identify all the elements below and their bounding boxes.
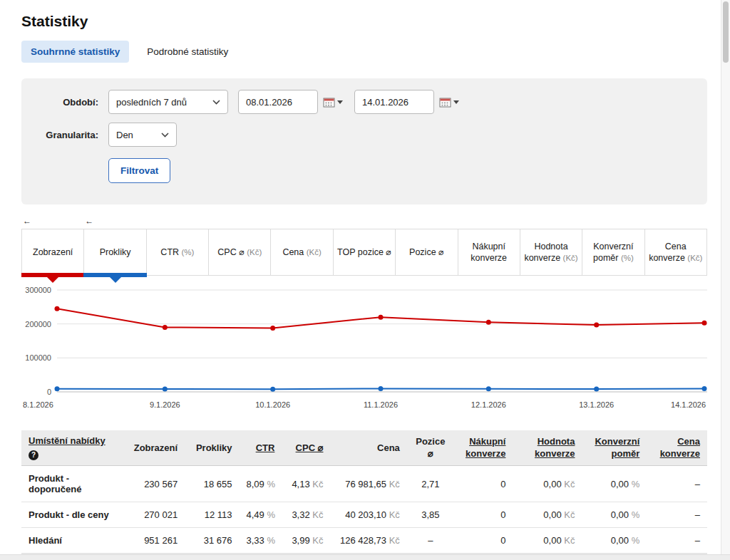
calendar-icon bbox=[323, 97, 335, 108]
date-from-input[interactable] bbox=[238, 90, 318, 114]
horizontal-scrollbar[interactable] bbox=[0, 554, 730, 560]
granularity-select[interactable]: Den bbox=[108, 123, 177, 147]
table-cell: 2,71 bbox=[407, 466, 454, 502]
table-cell: 0 bbox=[454, 528, 513, 554]
col-header-umisteni-nabidky[interactable]: Umístění nabídky? bbox=[21, 430, 125, 466]
metric-tab-label: Nákupní konverze bbox=[462, 241, 516, 264]
metric-tab-nakupni-konverze[interactable]: Nákupní konverze bbox=[458, 229, 520, 275]
tab-souhrnne-statistiky[interactable]: Souhrnné statistiky bbox=[21, 41, 129, 63]
metric-tab-label: Cena konverze (Kč) bbox=[649, 241, 703, 264]
col-header-hodnota-konverze[interactable]: Hodnota konverze bbox=[513, 430, 582, 466]
period-row: Období: posledních 7 dnů bbox=[36, 90, 693, 114]
metric-tab-prokliky[interactable]: ←Prokliky bbox=[84, 229, 146, 275]
table-cell: 126 428,73 Kč bbox=[330, 528, 406, 554]
col-header-prokliky: Prokliky bbox=[185, 430, 239, 466]
table-cell: 270 021 bbox=[125, 502, 185, 528]
submit-row: Filtrovat bbox=[36, 155, 693, 189]
svg-text:9.1.2026: 9.1.2026 bbox=[150, 400, 180, 409]
col-header-konverzni-pomer[interactable]: Konverzní poměr bbox=[582, 430, 647, 466]
period-select-value: posledních 7 dnů bbox=[116, 97, 187, 108]
col-header-cena: Cena bbox=[330, 430, 406, 466]
main-tabs: Souhrnné statistiky Podrobné statistiky bbox=[21, 41, 707, 63]
svg-text:0: 0 bbox=[47, 388, 51, 396]
metric-tab-label: Zobrazení bbox=[33, 247, 73, 258]
metric-tab-ctr[interactable]: CTR (%) bbox=[147, 229, 209, 275]
calendar-dropdown-arrow-icon bbox=[453, 100, 459, 104]
table-cell: 230 567 bbox=[125, 466, 185, 502]
table-cell: 3,99 Kč bbox=[282, 528, 330, 554]
help-icon[interactable]: ? bbox=[29, 450, 38, 460]
col-header-nakupni-konverze[interactable]: Nákupní konverze bbox=[454, 430, 513, 466]
table-cell: – bbox=[647, 502, 707, 528]
page-title: Statistiky bbox=[21, 13, 707, 30]
svg-text:100000: 100000 bbox=[25, 353, 51, 362]
col-header-cpc-avg[interactable]: CPC ⌀ bbox=[282, 430, 330, 466]
metric-tab-label: Konverzní poměr (%) bbox=[586, 241, 640, 264]
metric-tab-cpc-avg[interactable]: CPC ⌀ (Kč) bbox=[209, 229, 271, 275]
metric-tab-cena-konverze[interactable]: Cena konverze (Kč) bbox=[645, 229, 706, 275]
col-header-label: Zobrazení bbox=[134, 442, 178, 453]
col-header-zobrazeni: Zobrazení bbox=[125, 430, 185, 466]
metric-tab-pozice-avg[interactable]: Pozice ⌀ bbox=[396, 229, 458, 275]
metric-tab-konverzni-pomer[interactable]: Konverzní poměr (%) bbox=[582, 229, 644, 275]
row-label: Produkt - dle ceny bbox=[21, 502, 125, 528]
metric-tab-label: CPC ⌀ (Kč) bbox=[217, 247, 262, 258]
metric-tab-hodnota-konverze[interactable]: Hodnota konverze (Kč) bbox=[520, 229, 582, 275]
table-row: Produkt - doporučené230 56718 6558,09 %4… bbox=[21, 466, 707, 502]
row-label: Hledání bbox=[21, 528, 125, 554]
metric-tab-label: CTR (%) bbox=[160, 247, 194, 258]
filter-panel: Období: posledních 7 dnů Granularita: De… bbox=[21, 78, 707, 204]
period-label: Období: bbox=[36, 97, 98, 108]
date-from-calendar-button[interactable] bbox=[322, 95, 344, 109]
table-header-row: Umístění nabídky?ZobrazeníProklikyCTRCPC… bbox=[21, 430, 707, 466]
line-chart: 01000002000003000008.1.20269.1.202610.1.… bbox=[21, 281, 707, 413]
table-cell: 0,00 % bbox=[582, 502, 647, 528]
selected-metric-underline bbox=[83, 273, 146, 277]
table-row: Produkt - dle ceny270 02112 1134,49 %3,3… bbox=[21, 502, 707, 528]
col-header-label: Nákupní konverze bbox=[466, 436, 505, 458]
metric-tab-cena[interactable]: Cena (Kč) bbox=[271, 229, 333, 275]
table-cell: 12 113 bbox=[185, 502, 239, 528]
col-header-label: Hodnota konverze bbox=[535, 436, 575, 458]
filter-submit-button[interactable]: Filtrovat bbox=[108, 158, 170, 183]
row-label: Produkt - doporučené bbox=[21, 466, 125, 502]
table-cell: 3,33 % bbox=[240, 528, 282, 554]
date-to-calendar-button[interactable] bbox=[438, 95, 461, 109]
metric-tab-label: Prokliky bbox=[100, 247, 131, 258]
table-cell: 18 655 bbox=[185, 466, 239, 502]
svg-text:10.1.2026: 10.1.2026 bbox=[255, 400, 290, 409]
date-to-input[interactable] bbox=[354, 90, 434, 114]
vertical-scrollbar[interactable] bbox=[721, 0, 730, 560]
metric-tab-label: TOP pozice ⌀ bbox=[337, 247, 391, 258]
metric-tabs: ←Zobrazení←ProklikyCTR (%)CPC ⌀ (Kč)Cena… bbox=[21, 229, 707, 276]
table-cell: 40 203,10 Kč bbox=[330, 502, 406, 528]
col-header-label: Umístění nabídky bbox=[29, 435, 106, 446]
tab-podrobne-statistiky[interactable]: Podrobné statistiky bbox=[138, 41, 237, 63]
svg-text:300000: 300000 bbox=[25, 286, 51, 294]
svg-text:14.1.2026: 14.1.2026 bbox=[671, 400, 706, 409]
table-cell: 3,32 Kč bbox=[282, 502, 330, 528]
table-cell: 0 bbox=[454, 502, 513, 528]
move-tab-left-icon[interactable]: ← bbox=[23, 216, 31, 227]
move-tab-left-icon[interactable]: ← bbox=[85, 216, 93, 227]
chevron-down-icon bbox=[161, 133, 169, 138]
col-header-ctr[interactable]: CTR bbox=[240, 430, 282, 466]
granularity-label: Granularita: bbox=[36, 130, 98, 140]
metric-tab-top-pozice-avg[interactable]: TOP pozice ⌀ bbox=[334, 229, 396, 275]
col-header-label: Pozice ⌀ bbox=[416, 436, 445, 458]
period-select[interactable]: posledních 7 dnů bbox=[108, 90, 228, 114]
table-cell: – bbox=[647, 528, 707, 554]
svg-text:8.1.2026: 8.1.2026 bbox=[23, 400, 53, 409]
table-cell: 4,49 % bbox=[240, 502, 282, 528]
chart-area: 01000002000003000008.1.20269.1.202610.1.… bbox=[21, 281, 707, 413]
metric-tab-label: Cena (Kč) bbox=[282, 247, 321, 258]
chevron-down-icon bbox=[212, 100, 220, 105]
col-header-cena-konverze[interactable]: Cena konverze bbox=[647, 430, 707, 466]
table-cell: 4,13 Kč bbox=[282, 466, 330, 502]
calendar-dropdown-arrow-icon bbox=[337, 100, 343, 104]
metric-tab-zobrazeni[interactable]: ←Zobrazení bbox=[22, 229, 84, 275]
table-cell: 31 676 bbox=[185, 528, 239, 554]
table-cell: 0,00 Kč bbox=[513, 466, 582, 502]
table-cell: – bbox=[647, 466, 707, 502]
vertical-scrollbar-thumb[interactable] bbox=[723, 1, 729, 63]
